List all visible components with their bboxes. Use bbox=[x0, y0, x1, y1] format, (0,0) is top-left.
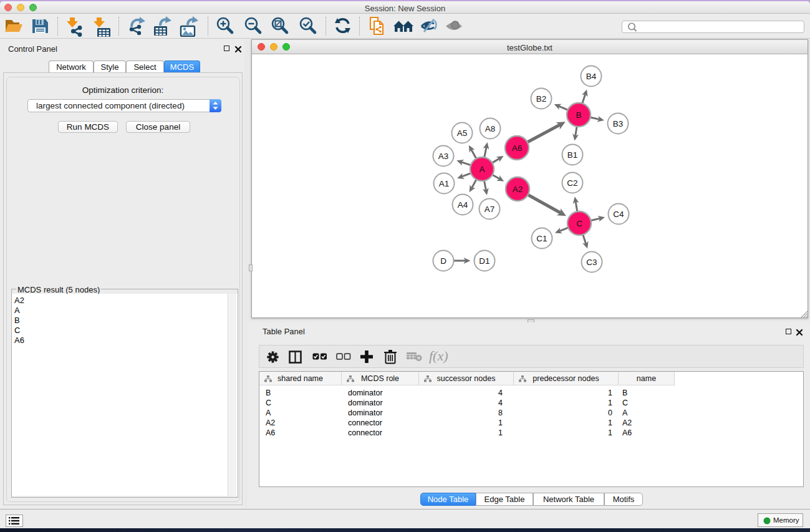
svg-text:A5: A5 bbox=[457, 128, 468, 138]
svg-text:C1: C1 bbox=[536, 234, 547, 243]
svg-text:B4: B4 bbox=[586, 72, 597, 81]
svg-text:D: D bbox=[440, 256, 446, 266]
svg-text:B2: B2 bbox=[536, 94, 547, 104]
svg-text:C4: C4 bbox=[613, 210, 624, 219]
svg-text:A6: A6 bbox=[512, 143, 523, 153]
svg-text:A7: A7 bbox=[485, 205, 495, 214]
svg-text:B: B bbox=[576, 110, 581, 120]
svg-text:B1: B1 bbox=[567, 150, 578, 160]
svg-text:A3: A3 bbox=[438, 152, 449, 161]
svg-text:A4: A4 bbox=[458, 200, 468, 210]
svg-text:D1: D1 bbox=[479, 256, 489, 266]
svg-text:C3: C3 bbox=[586, 258, 597, 267]
svg-text:A8: A8 bbox=[485, 124, 496, 133]
svg-text:C: C bbox=[576, 219, 582, 228]
svg-text:A1: A1 bbox=[439, 179, 450, 188]
svg-text:C2: C2 bbox=[567, 178, 577, 188]
svg-text:A: A bbox=[479, 165, 485, 174]
svg-text:A2: A2 bbox=[513, 185, 523, 194]
svg-text:B3: B3 bbox=[613, 119, 624, 128]
